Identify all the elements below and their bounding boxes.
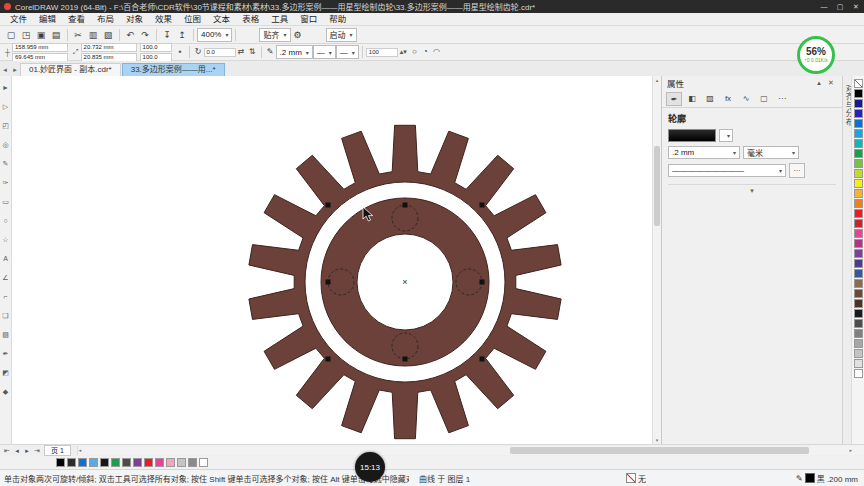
color-swatch-8[interactable] [144,458,153,467]
snap-to-select[interactable]: 贴齐 ▾ [259,28,290,42]
menu-item-效果[interactable]: 效果 [149,13,178,25]
minimize-button[interactable]: — [816,0,832,13]
vertical-scrollbar-thumb[interactable] [654,146,660,226]
outline-tab[interactable]: ✒ [666,92,682,106]
line-start-select[interactable]: — ▾ [313,45,336,59]
fill-status-indicator[interactable]: 无 [626,473,646,484]
menu-item-布局[interactable]: 布局 [91,13,120,25]
lock-ratio-icon[interactable]: ▪ [175,46,186,58]
horizontal-scrollbar-thumb[interactable] [510,447,809,454]
color-swatch-27[interactable] [854,349,863,358]
tab-scroll-left-icon[interactable]: ◂ [0,66,10,76]
transparency-tab[interactable]: ▨ [702,92,718,106]
menu-item-表格[interactable]: 表格 [236,13,265,25]
tab-scroll-right-icon[interactable]: ▸ [10,66,20,76]
scroll-left-icon[interactable]: ◂ [79,446,82,455]
redo-icon[interactable]: ↷ [138,28,152,42]
rectangle-tool-icon[interactable]: ▭ [0,192,11,211]
pie-mode-button[interactable]: ◔ [420,46,431,58]
color-swatch-7[interactable] [133,458,142,467]
selection-handle-3[interactable] [480,203,485,208]
pick-tool-icon[interactable]: ► [0,78,11,97]
color-swatch-9[interactable] [854,169,863,178]
next-page-icon[interactable]: ▸ [22,447,32,455]
drawing-canvas-svg[interactable]: × [12,76,652,444]
menu-item-位图[interactable]: 位图 [178,13,207,25]
maximize-button[interactable]: ▢ [832,0,848,13]
color-swatch-12[interactable] [854,199,863,208]
outline-width-select[interactable]: .2 mm ▾ [276,45,313,59]
network-speed-overlay[interactable]: 56% ↑0 0.01K/s [797,36,835,74]
scroll-up-icon[interactable]: ▴ [653,76,661,84]
save-icon[interactable]: ▣ [34,28,48,42]
page-1-tab[interactable]: 页 1 [44,445,71,456]
freehand-tool-icon[interactable]: ✎ [0,154,11,173]
color-swatch-2[interactable] [78,458,87,467]
copy-icon[interactable]: ▥ [86,28,100,42]
transparency-tool-icon[interactable]: ▨ [0,325,11,344]
outline-settings-more-button[interactable]: ··· [789,163,805,178]
color-swatch-6[interactable] [854,139,863,148]
color-swatch-3[interactable] [89,458,98,467]
cut-icon[interactable]: ✂ [71,28,85,42]
outline-unit-dropdown[interactable]: 毫米 ▾ [743,146,799,159]
color-swatch-6[interactable] [122,458,131,467]
color-swatch-19[interactable] [854,269,863,278]
text-tool-icon[interactable]: A [0,249,11,268]
zoom-tool-icon[interactable]: ◎ [0,135,11,154]
last-page-icon[interactable]: ⇥ [32,447,42,455]
open-icon[interactable]: ◳ [19,28,33,42]
arc-mode-button[interactable]: ◠ [431,46,442,58]
color-swatch-8[interactable] [854,159,863,168]
close-button[interactable]: ✕ [848,0,864,13]
import-icon[interactable]: ↧ [160,28,174,42]
menu-item-查看[interactable]: 查看 [62,13,91,25]
outline-style-dropdown[interactable]: ————————— ▾ [668,164,786,177]
vertical-scrollbar[interactable]: ▴ ▾ [652,76,661,444]
recording-timer-overlay[interactable]: 15:13 [355,452,385,482]
color-swatch-29[interactable] [854,369,863,378]
document-tab-1[interactable]: 01.妙匠界面 - 副本.cdr* [20,63,121,76]
numeric-100-field[interactable]: 100 [366,48,398,57]
color-swatch-21[interactable] [854,289,863,298]
color-swatch-13[interactable] [199,458,208,467]
docker-close-icon[interactable]: ✕ [825,79,837,87]
menu-item-对象[interactable]: 对象 [120,13,149,25]
zoom-level-select[interactable]: 400% ▾ [197,28,232,42]
scale-x-field[interactable]: 100.0 [140,43,172,52]
rotation-angle-field[interactable]: 0.0 [204,48,236,57]
horizontal-scrollbar[interactable]: ◂ ▸ [77,446,864,455]
color-swatch-28[interactable] [854,359,863,368]
color-swatch-14[interactable] [854,219,863,228]
prev-page-icon[interactable]: ◂ [12,447,22,455]
object-width-field[interactable]: 20.732 mm [81,43,137,52]
color-swatch-12[interactable] [188,458,197,467]
menu-item-窗口[interactable]: 窗口 [294,13,323,25]
shape-tool-icon[interactable]: ▷ [0,97,11,116]
artistic-media-tool-icon[interactable]: ✑ [0,173,11,192]
color-swatch-23[interactable] [854,309,863,318]
outline-color-swatch[interactable] [668,129,716,142]
menu-item-文本[interactable]: 文本 [207,13,236,25]
menu-item-帮助[interactable]: 帮助 [323,13,352,25]
menu-item-文件[interactable]: 文件 [4,13,33,25]
shadow-tool-icon[interactable]: ❏ [0,306,11,325]
first-page-icon[interactable]: ⇤ [2,447,12,455]
mirror-vertical-button[interactable]: ⇅ [247,46,258,58]
scroll-right-icon[interactable]: ▸ [849,446,852,455]
color-swatch-4[interactable] [854,119,863,128]
section-expand-icon[interactable]: ▾ [668,187,836,195]
color-swatch-15[interactable] [854,229,863,238]
undo-icon[interactable]: ↶ [123,28,137,42]
color-swatch-22[interactable] [854,299,863,308]
x-position-field[interactable]: 158.959 mm [12,43,68,52]
color-swatch-26[interactable] [854,339,863,348]
ellipse-tool-icon[interactable]: ○ [0,211,11,230]
color-swatch-3[interactable] [854,109,863,118]
eyedropper-tool-icon[interactable]: ✒ [0,344,11,363]
mirror-horizontal-button[interactable]: ⇄ [236,46,247,58]
color-swatch-11[interactable] [854,189,863,198]
fill-tab[interactable]: ◧ [684,92,700,106]
smart-fill-tool-icon[interactable]: ◆ [0,382,11,401]
outline-status-indicator[interactable]: ✎ 黑 .200 mm [796,473,858,484]
